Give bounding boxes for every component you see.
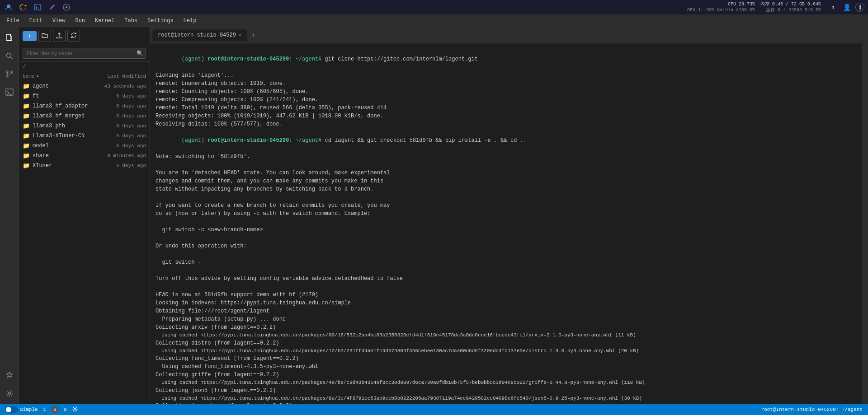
folder-icon: 📁 [23, 152, 30, 159]
term-line [156, 218, 856, 226]
folder-icon: 📁 [23, 162, 30, 169]
toggle-track [5, 406, 18, 413]
term-line [156, 193, 856, 201]
term-line: Using cached https://pypi.tuna.tsinghua.… [156, 395, 856, 402]
avatar-icon[interactable] [4, 2, 14, 12]
folder-icon: 📁 [23, 142, 30, 149]
file-list-header: Name ▲ Last Modified [19, 72, 150, 81]
sidebar-item-files[interactable] [1, 30, 18, 46]
toggle-thumb [6, 407, 11, 412]
col-modified-header: Last Modified [87, 74, 146, 79]
new-file-button[interactable]: + + [23, 31, 37, 41]
term-line: do so (now or later) by using -c with th… [156, 210, 856, 218]
term-line [156, 266, 856, 275]
sidebar-item-git[interactable] [1, 66, 18, 82]
tab-terminal[interactable]: root@intern-studio-04529 × [152, 29, 247, 41]
term-line: remote: Enumerating objects: 1019, done. [156, 79, 856, 88]
mem-stat: 内存 0.46 / 72 GB 0.64% 显存 0 / 24566 MiB 0… [760, 1, 821, 13]
list-item[interactable]: 📁 agent 43 seconds ago [19, 81, 150, 91]
left-icons-bar [0, 27, 19, 404]
top-bar-right: CPU 28.73% GPU-1: 30% Nvidia A100 0% 内存 … [687, 1, 864, 13]
share-icon[interactable]: 👤 [842, 2, 852, 12]
scroll-edge [862, 27, 868, 404]
term-line: Receiving objects: 100% (1019/1019), 447… [156, 112, 856, 120]
file-panel-toolbar: + + [19, 27, 150, 45]
terminal-path: root@Intern-studio-045290: ~/agent [761, 407, 863, 412]
filter-input[interactable] [23, 48, 146, 59]
status-gear-icon [72, 406, 78, 414]
term-line: changes and commit them, and you can mak… [156, 177, 856, 185]
info-icon[interactable]: ℹ [855, 3, 864, 12]
sidebar-item-search[interactable] [1, 48, 18, 64]
new-tab-button[interactable]: + [247, 29, 259, 41]
term-line: Or undo this operation with: [156, 242, 856, 250]
menu-run[interactable]: Run [71, 17, 90, 25]
list-item[interactable]: 📁 llama3_pth 6 days ago [19, 121, 150, 131]
terminal-icon[interactable] [33, 2, 42, 12]
term-line: Collecting arxiv (from lagent==0.2.2) [156, 323, 856, 331]
list-item[interactable]: 📁 llama3_hf_adapter 6 days ago [19, 101, 150, 111]
menu-kernel[interactable]: Kernel [90, 17, 119, 25]
top-bar: CPU 28.73% GPU-1: 30% Nvidia A100 0% 内存 … [0, 0, 868, 14]
edit-icon[interactable] [47, 2, 57, 12]
term-line: (agent) root@intern-studio-045290: ~/age… [156, 128, 856, 153]
folder-icon: 📁 [23, 93, 30, 100]
refresh-icon[interactable] [18, 2, 28, 12]
gpu-label: GPU-1: 30% Nvidia A100 0% [687, 7, 755, 13]
term-line: Using cached https://pypi.tuna.tsinghua.… [156, 379, 856, 387]
term-line: Looking in indexes: https://pypi.tuna.ts… [156, 299, 856, 307]
menu-view[interactable]: View [48, 17, 70, 25]
disk-label: 显存 0 / 24566 MiB 0% [766, 7, 821, 13]
folder-icon: 📁 [23, 112, 30, 120]
play-icon[interactable] [61, 2, 71, 12]
menu-edit[interactable]: Edit [25, 17, 47, 25]
sidebar-item-extensions[interactable] [1, 367, 18, 383]
menu-help[interactable]: Help [179, 17, 201, 25]
terminal-output[interactable]: (agent) root@intern-studio-045290: ~/age… [150, 43, 862, 404]
term-line: remote: Counting objects: 100% (605/605)… [156, 88, 856, 96]
list-item[interactable]: 📁 model 6 days ago [19, 141, 150, 151]
term-line: git switch -c <new-branch-name> [156, 226, 856, 234]
svg-point-12 [74, 408, 76, 410]
term-line: remote: Compressing objects: 100% (241/2… [156, 96, 856, 104]
list-item[interactable]: 📁 XTuner 6 days ago [19, 161, 150, 171]
col-name-header[interactable]: Name ▲ [23, 74, 87, 79]
sys-info: CPU 28.73% GPU-1: 30% Nvidia A100 0% 内存 … [687, 1, 821, 13]
svg-point-4 [6, 53, 11, 58]
list-item[interactable]: 📁 share 8 minutes ago [19, 151, 150, 161]
menu-settings[interactable]: Settings [143, 17, 178, 25]
svg-point-9 [8, 392, 10, 395]
term-line: state without impacting any branches by … [156, 185, 856, 193]
breadcrumb[interactable]: / [19, 62, 150, 72]
term-line: You are in 'detached HEAD' state. You ca… [156, 169, 856, 177]
term-line: If you want to create a new branch to re… [156, 201, 856, 210]
upload-icon[interactable]: ⬆ [828, 2, 838, 12]
menu-file[interactable]: File [2, 17, 24, 25]
term-line: Collecting griffe (from lagent==0.2.2) [156, 371, 856, 379]
term-line: Resolving deltas: 100% (577/577), done. [156, 120, 856, 128]
menu-tabs[interactable]: Tabs [120, 17, 142, 25]
tab-bar: root@intern-studio-04529 × + [150, 27, 862, 43]
list-item[interactable]: 📁 ft 6 days ago [19, 91, 150, 101]
open-folder-button[interactable] [38, 30, 51, 42]
right-panel: root@intern-studio-04529 × + (agent) roo… [150, 27, 862, 404]
list-item[interactable]: 📁 Llama3-XTuner-CN 6 days ago [19, 131, 150, 141]
tab-close-button[interactable]: × [239, 33, 242, 38]
sidebar-item-settings[interactable] [1, 385, 18, 401]
status-num2: 0 [64, 407, 67, 412]
plus-icon: + [28, 33, 31, 39]
top-bar-left [4, 2, 71, 12]
term-line: Collecting func_timeout (from lagent==0.… [156, 354, 856, 363]
main-content: + + [0, 27, 868, 404]
term-line [156, 161, 856, 169]
svg-point-6 [11, 71, 13, 73]
list-item[interactable]: 📁 llama3_hf_merged 6 days ago [19, 111, 150, 121]
upload-file-button[interactable] [53, 30, 66, 42]
term-line: Cloning into 'lagent'... [156, 71, 856, 79]
sidebar-item-terminal[interactable] [1, 84, 18, 100]
file-filter: 🔍 [19, 45, 150, 62]
simple-mode-toggle[interactable]: Simple [5, 406, 38, 413]
term-line: (agent) root@intern-studio-045290: ~/age… [156, 47, 856, 71]
cpu-stat: CPU 28.73% GPU-1: 30% Nvidia A100 0% [687, 1, 755, 13]
refresh-files-button[interactable] [67, 30, 80, 42]
